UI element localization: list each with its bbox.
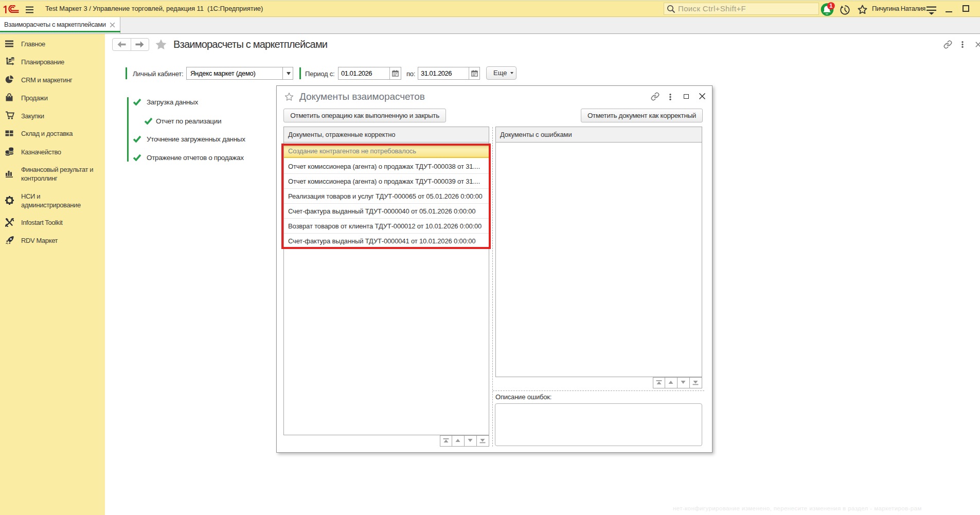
svg-text:1: 1	[829, 3, 832, 9]
